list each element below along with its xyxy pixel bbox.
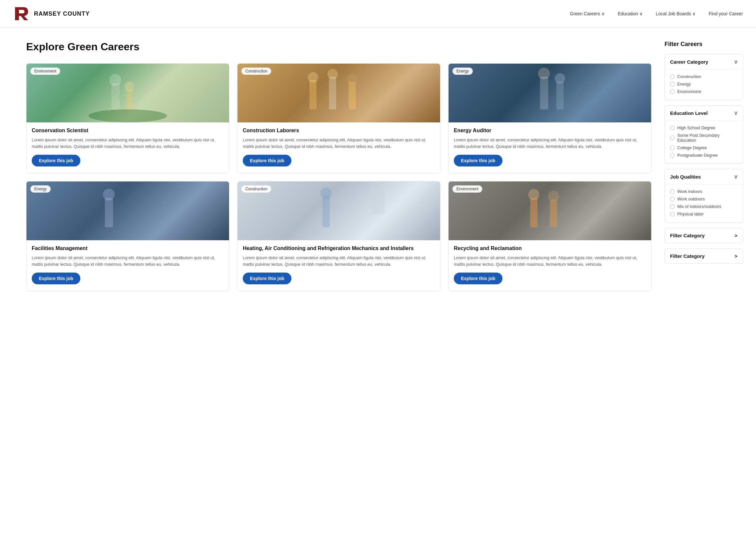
- filter-option-label: Construction: [677, 74, 701, 79]
- job-description: Lorem ipsum dolor sit amet, consectetur …: [243, 137, 435, 150]
- filter-section-label: Career Category: [670, 59, 708, 65]
- svg-rect-12: [540, 77, 548, 109]
- filter-category-button[interactable]: Filter Category >: [665, 249, 743, 264]
- filter-section-header[interactable]: Career Category V: [665, 54, 742, 69]
- job-card: EnvironmentRecycling and ReclamationLore…: [448, 181, 651, 291]
- main-content: Explore Green Careers EnvironmentConserv…: [0, 28, 756, 304]
- filter-option-label: Mix of indoors/outdoors: [677, 204, 721, 209]
- job-title: Recycling and Reclamation: [454, 246, 646, 251]
- svg-point-11: [347, 74, 357, 84]
- filter-option-label: Environment: [677, 89, 701, 94]
- filter-option-label: Energy: [677, 82, 691, 86]
- filter-option[interactable]: Environment: [670, 88, 738, 95]
- svg-point-1: [89, 109, 167, 122]
- filter-section-header[interactable]: Education Level V: [665, 106, 742, 120]
- filter-radio[interactable]: [670, 89, 675, 94]
- job-description: Lorem ipsum dolor sit amet, consectetur …: [454, 254, 646, 267]
- filter-section-label: Job Qualities: [670, 174, 701, 180]
- filter-radio[interactable]: [670, 197, 675, 201]
- job-card: EnergyFacilities ManagementLorem ipsum d…: [26, 181, 229, 291]
- job-title: Heating, Air Conditioning and Refrigerat…: [243, 246, 435, 251]
- filter-option[interactable]: Construction: [670, 73, 738, 80]
- job-description: Lorem ipsum dolor sit amet, consectetur …: [243, 254, 435, 267]
- explore-job-button[interactable]: Explore this job: [243, 273, 291, 284]
- category-badge: Construction: [241, 68, 271, 75]
- filter-category-btn-label: Filter Category: [670, 233, 705, 238]
- explore-job-button[interactable]: Explore this job: [454, 273, 502, 284]
- nav-education[interactable]: Education ∨: [618, 11, 643, 16]
- filter-option[interactable]: College Degree: [670, 144, 738, 151]
- filter-chevron-icon: V: [735, 59, 738, 65]
- filter-section-education-level: Education Level V High School Degree Som…: [665, 105, 743, 164]
- svg-rect-18: [322, 196, 330, 227]
- filter-section-body: Work indoors Work outdoors Mix of indoor…: [665, 184, 742, 222]
- category-badge: Environment: [452, 185, 482, 193]
- filter-title: Filter Careers: [665, 41, 743, 48]
- filter-radio[interactable]: [670, 153, 675, 158]
- filter-option[interactable]: Mix of indoors/outdoors: [670, 203, 738, 210]
- filter-radio[interactable]: [670, 82, 675, 86]
- job-card: ConstructionConstruction LaborersLorem i…: [237, 63, 440, 173]
- filter-option[interactable]: High School Degree: [670, 124, 738, 132]
- filter-radio[interactable]: [670, 146, 675, 150]
- filter-radio[interactable]: [670, 126, 675, 130]
- job-card-body: Conservation ScientistLorem ipsum dolor …: [26, 122, 229, 173]
- svg-point-5: [125, 82, 134, 91]
- svg-point-3: [109, 74, 121, 86]
- job-card-body: Construction LaborersLorem ipsum dolor s…: [237, 122, 440, 173]
- job-card-image: Environment: [26, 64, 229, 122]
- job-grid: EnvironmentConservation ScientistLorem i…: [26, 63, 651, 291]
- filter-section-job-qualities: Job Qualities V Work indoors Work outdoo…: [665, 169, 743, 223]
- explore-job-button[interactable]: Explore this job: [454, 155, 502, 166]
- filter-category-btn-icon: >: [735, 233, 738, 238]
- category-badge: Environment: [30, 68, 60, 75]
- svg-rect-14: [557, 82, 563, 109]
- svg-rect-23: [550, 199, 557, 227]
- filter-option[interactable]: Some Post Secondary Education: [670, 132, 738, 144]
- nav-green-careers[interactable]: Green Careers ∨: [570, 11, 604, 16]
- logo-text: RAMSEY COUNTY: [34, 11, 90, 17]
- filter-option-label: Work indoors: [677, 189, 702, 194]
- job-description: Lorem ipsum dolor sit amet, consectetur …: [32, 137, 224, 150]
- explore-job-button[interactable]: Explore this job: [32, 273, 80, 284]
- filter-category-button[interactable]: Filter Category >: [665, 228, 743, 243]
- job-title: Construction Laborers: [243, 128, 435, 134]
- filter-option[interactable]: Postgraduate Degree: [670, 151, 738, 159]
- nav-local-job-boards[interactable]: Local Job Boards ∨: [656, 11, 696, 16]
- filter-option[interactable]: Work indoors: [670, 188, 738, 195]
- filter-radio[interactable]: [670, 204, 675, 209]
- filter-radio[interactable]: [670, 135, 675, 140]
- svg-rect-4: [126, 90, 133, 109]
- svg-rect-8: [329, 77, 336, 109]
- job-card-image: Energy: [449, 64, 651, 122]
- job-title: Facilities Management: [32, 246, 224, 251]
- filter-radio[interactable]: [670, 212, 675, 217]
- explore-job-button[interactable]: Explore this job: [243, 155, 291, 166]
- filter-section-body: High School Degree Some Post Secondary E…: [665, 120, 742, 164]
- job-card-body: Facilities ManagementLorem ipsum dolor s…: [26, 240, 229, 291]
- filter-section-header[interactable]: Job Qualities V: [665, 169, 742, 184]
- svg-rect-20: [372, 188, 384, 214]
- svg-point-22: [528, 189, 539, 200]
- logo-area: RAMSEY COUNTY: [13, 5, 570, 22]
- category-badge: Energy: [30, 185, 51, 193]
- filter-option[interactable]: Physical labor: [670, 210, 738, 218]
- filter-radio[interactable]: [670, 75, 675, 79]
- filter-category-btn-icon: >: [735, 253, 738, 259]
- filter-option[interactable]: Work outdoors: [670, 195, 738, 203]
- job-card-image: Environment: [449, 182, 651, 240]
- explore-job-button[interactable]: Explore this job: [32, 155, 80, 166]
- filter-sidebar: Filter Careers Career Category V Constru…: [665, 41, 743, 291]
- filter-radio[interactable]: [670, 189, 675, 194]
- nav-find-career[interactable]: Find your Career: [709, 11, 743, 16]
- filter-option-label: College Degree: [677, 145, 707, 150]
- svg-rect-6: [309, 80, 317, 109]
- ramsey-county-logo-icon: [13, 5, 30, 22]
- filter-option-label: Physical labor: [677, 212, 704, 217]
- job-card-body: Recycling and ReclamationLorem ipsum dol…: [449, 240, 651, 291]
- filter-section-body: Construction Energy Environment: [665, 69, 742, 100]
- svg-point-13: [538, 68, 550, 79]
- filter-option[interactable]: Energy: [670, 80, 738, 88]
- svg-rect-2: [111, 83, 120, 109]
- filter-option-label: Work outdoors: [677, 196, 705, 201]
